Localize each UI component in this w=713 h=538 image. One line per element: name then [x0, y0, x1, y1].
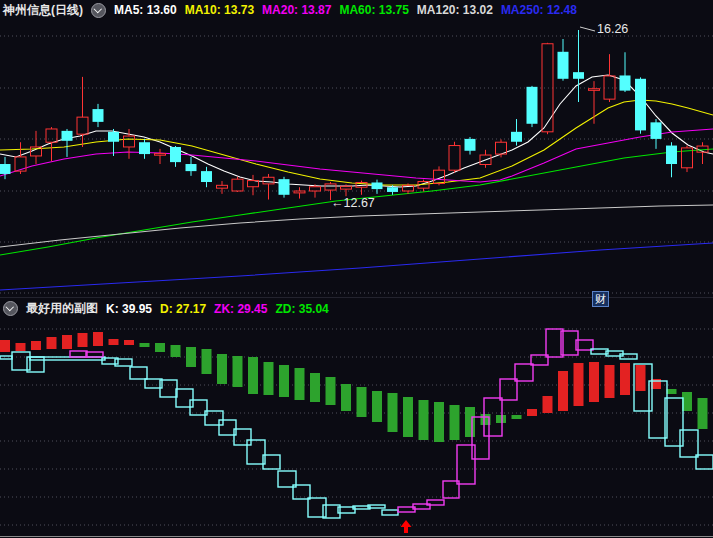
zd-value-label: ZD: 35.04 [275, 302, 328, 316]
ma10-label: MA10: 13.73 [185, 3, 254, 17]
chevron-down-icon[interactable] [3, 301, 18, 316]
up-arrow-signal-icon [401, 520, 412, 533]
indicator-title: 最好用的副图 [26, 300, 98, 317]
window-bottom-border [0, 536, 713, 537]
stock-title: 神州信息(日线) [3, 2, 83, 19]
k-value-label: K: 39.95 [106, 302, 152, 316]
high-price-annotation: 16.26 [597, 23, 628, 36]
zk-value-label: ZK: 29.45 [214, 302, 267, 316]
ma60-label: MA60: 13.75 [339, 3, 408, 17]
low-price-annotation: ←12.67 [331, 197, 375, 210]
finance-badge[interactable]: 财 [592, 291, 609, 307]
chart-canvas[interactable] [0, 0, 713, 538]
ma20-label: MA20: 13.87 [262, 3, 331, 17]
ma120-label: MA120: 13.02 [417, 3, 493, 17]
stock-app-screen: 神州信息(日线) MA5: 13.60 MA10: 13.73 MA20: 13… [0, 0, 713, 538]
ma5-label: MA5: 13.60 [114, 3, 177, 17]
ma250-label: MA250: 12.48 [501, 3, 577, 17]
chevron-down-icon[interactable] [91, 3, 106, 18]
d-value-label: D: 27.17 [160, 302, 206, 316]
main-chart-header: 神州信息(日线) MA5: 13.60 MA10: 13.73 MA20: 13… [0, 0, 713, 20]
